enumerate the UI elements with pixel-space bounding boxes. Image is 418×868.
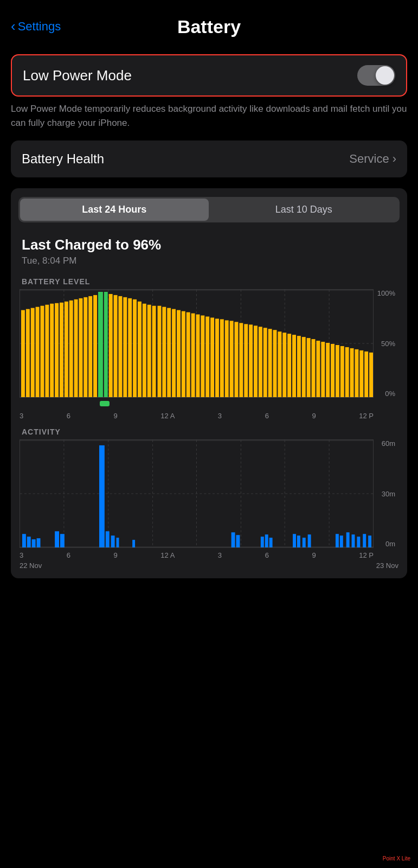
svg-rect-106 <box>261 537 264 547</box>
battery-x-6am: 6 <box>67 412 70 420</box>
svg-rect-117 <box>357 537 360 547</box>
back-chevron-icon: ‹ <box>11 19 16 33</box>
svg-rect-16 <box>50 304 54 397</box>
activity-x-12a: 12 A <box>160 551 175 559</box>
svg-rect-52 <box>225 320 229 397</box>
svg-rect-76 <box>340 346 344 397</box>
activity-chart <box>20 439 374 548</box>
battery-x-12a: 12 A <box>160 412 175 420</box>
activity-y-label-0m: 0m <box>377 540 395 548</box>
back-label: Settings <box>18 20 61 34</box>
svg-rect-107 <box>265 534 268 547</box>
activity-x-9p: 9 <box>312 551 316 559</box>
activity-x-12p: 12 P <box>359 551 374 559</box>
svg-rect-110 <box>297 535 300 547</box>
svg-rect-10 <box>21 310 25 397</box>
charge-indicator <box>100 401 110 406</box>
svg-rect-54 <box>235 322 239 397</box>
svg-rect-53 <box>230 321 234 397</box>
svg-rect-48 <box>205 317 209 398</box>
svg-rect-74 <box>331 344 335 397</box>
date-label-right: 23 Nov <box>376 561 398 570</box>
svg-rect-71 <box>316 341 320 397</box>
svg-rect-111 <box>303 538 306 547</box>
svg-rect-66 <box>292 335 296 397</box>
svg-rect-57 <box>249 324 253 397</box>
svg-rect-23 <box>83 297 87 397</box>
svg-rect-72 <box>321 342 325 397</box>
header: ‹ Settings Battery <box>0 0 418 49</box>
svg-rect-96 <box>37 538 41 547</box>
svg-rect-18 <box>60 303 63 397</box>
charge-subtitle: Tue, 8:04 PM <box>22 256 396 266</box>
activity-x-3: 3 <box>20 551 23 559</box>
battery-x-labels: 3 6 9 12 A 3 6 9 12 P <box>20 411 398 420</box>
svg-rect-20 <box>69 301 73 397</box>
svg-rect-93 <box>22 534 26 547</box>
svg-rect-22 <box>79 298 83 397</box>
date-label-left: 22 Nov <box>20 561 42 570</box>
svg-rect-102 <box>117 538 119 547</box>
svg-rect-67 <box>297 336 301 397</box>
segment-control[interactable]: Last 24 Hours Last 10 Days <box>18 197 400 222</box>
svg-rect-82 <box>369 353 373 397</box>
date-labels: 22 Nov 23 Nov <box>11 559 407 570</box>
svg-rect-46 <box>196 315 200 397</box>
svg-rect-75 <box>336 345 339 397</box>
svg-rect-43 <box>182 311 185 397</box>
battery-level-label: BATTERY LEVEL <box>11 270 407 289</box>
battery-x-3am: 3 <box>20 412 23 420</box>
battery-y-label-0: 0% <box>377 390 395 398</box>
svg-rect-21 <box>74 299 78 397</box>
svg-rect-19 <box>65 302 68 397</box>
battery-health-status: Service <box>349 152 389 166</box>
svg-rect-50 <box>215 318 219 397</box>
svg-rect-36 <box>147 305 151 397</box>
battery-x-3pm: 3 <box>218 412 222 420</box>
svg-rect-31 <box>123 297 127 397</box>
svg-rect-70 <box>312 339 316 397</box>
svg-rect-56 <box>244 324 248 397</box>
low-power-mode-label: Low Power Mode <box>23 67 132 84</box>
battery-x-6pm: 6 <box>265 412 269 420</box>
svg-rect-27 <box>104 292 108 397</box>
svg-rect-68 <box>302 337 306 397</box>
tab-last-10-days[interactable]: Last 10 Days <box>210 199 398 221</box>
activity-x-6p: 6 <box>265 551 269 559</box>
low-power-mode-toggle[interactable] <box>357 65 395 86</box>
svg-rect-65 <box>287 334 291 397</box>
svg-rect-38 <box>157 306 161 397</box>
svg-rect-61 <box>268 329 272 397</box>
svg-rect-81 <box>364 352 368 397</box>
svg-rect-98 <box>60 534 65 547</box>
svg-rect-42 <box>177 310 181 397</box>
chevron-right-icon: › <box>393 152 396 166</box>
svg-rect-15 <box>45 305 49 397</box>
tab-last-24-hours[interactable]: Last 24 Hours <box>20 199 209 221</box>
toggle-thumb <box>376 66 394 85</box>
svg-rect-64 <box>282 333 286 397</box>
svg-rect-34 <box>138 302 142 397</box>
svg-rect-45 <box>191 314 195 397</box>
battery-x-12p: 12 P <box>359 412 374 420</box>
svg-rect-47 <box>201 316 204 397</box>
battery-level-chart <box>20 289 374 398</box>
back-button[interactable]: ‹ Settings <box>11 20 61 34</box>
svg-rect-104 <box>231 532 235 547</box>
low-power-mode-card: Low Power Mode <box>11 54 407 97</box>
svg-rect-77 <box>345 347 349 397</box>
svg-rect-109 <box>293 534 296 547</box>
svg-rect-95 <box>32 539 36 547</box>
svg-rect-11 <box>26 309 30 397</box>
svg-rect-73 <box>326 343 330 397</box>
activity-x-6: 6 <box>67 551 70 559</box>
svg-rect-58 <box>254 326 258 397</box>
activity-x-3p: 3 <box>218 551 222 559</box>
svg-rect-105 <box>236 535 240 547</box>
low-power-mode-row[interactable]: Low Power Mode <box>11 54 407 97</box>
battery-health-row[interactable]: Battery Health Service › <box>11 141 407 177</box>
svg-rect-51 <box>220 319 224 397</box>
svg-rect-78 <box>350 348 354 397</box>
battery-y-label-100: 100% <box>377 289 395 297</box>
svg-rect-63 <box>278 331 281 397</box>
